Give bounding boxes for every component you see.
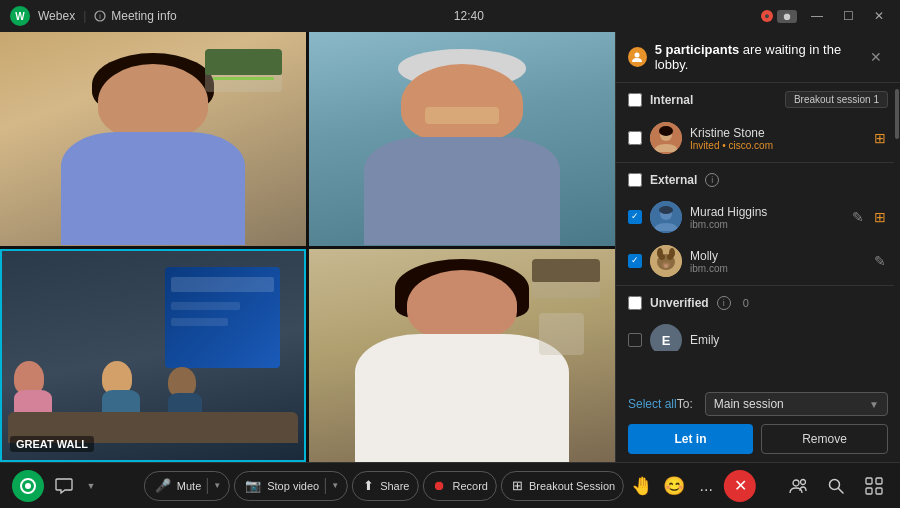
svg-point-16 [669, 248, 675, 258]
svg-rect-23 [866, 478, 872, 484]
video-tile-4 [309, 249, 615, 463]
chat-button[interactable] [50, 472, 78, 500]
participant-row-emily[interactable]: E Emily [616, 318, 900, 351]
svg-point-15 [657, 248, 663, 258]
external-info-icon[interactable]: i [705, 173, 719, 187]
session-select[interactable]: Main session ▼ [705, 392, 888, 416]
mute-dropdown-icon[interactable]: ▼ [207, 478, 221, 494]
internal-section-header: Internal Breakout session 1 [616, 83, 900, 116]
internal-section-label: Internal [650, 93, 693, 107]
more-button[interactable]: ... [692, 472, 720, 500]
svg-point-2 [635, 53, 640, 58]
molly-avatar-img [650, 245, 682, 277]
participant-checkbox-molly[interactable] [628, 254, 642, 268]
internal-section-checkbox[interactable] [628, 93, 642, 107]
mute-control[interactable]: 🎤 Mute ▼ [144, 471, 230, 501]
emily-name: Emily [690, 333, 888, 347]
participant-checkbox-murad[interactable] [628, 210, 642, 224]
minimize-button[interactable]: — [805, 7, 829, 25]
svg-point-5 [659, 126, 673, 136]
murad-name: Murad Higgins [690, 205, 842, 219]
emoji-button[interactable]: 😊 [660, 472, 688, 500]
record-icon: ⏺ [433, 478, 446, 493]
panel-header-left: 5 participants are waiting in the lobby. [628, 42, 864, 72]
to-label: To: [677, 397, 693, 411]
mic-icon: 🎤 [155, 478, 171, 493]
kristine-info: Kristine Stone Invited • cisco.com [690, 126, 864, 151]
participant-checkbox-emily[interactable] [628, 333, 642, 347]
toolbar-left: ▼ [12, 470, 98, 502]
reactions-button[interactable]: 🤚 [628, 472, 656, 500]
share-label: Share [380, 480, 409, 492]
avatar-emily: E [650, 324, 682, 351]
participants-button[interactable] [784, 472, 812, 500]
divider-1 [616, 162, 900, 163]
webex-icon [20, 478, 36, 494]
chevron-down-icon: ▼ [869, 399, 879, 410]
close-button[interactable]: ✕ [868, 7, 890, 25]
search-button[interactable] [822, 472, 850, 500]
molly-edit-icon[interactable]: ✎ [872, 251, 888, 271]
kristine-breakout-icon[interactable]: ⊞ [872, 128, 888, 148]
svg-rect-25 [866, 488, 872, 494]
avatar-murad [650, 201, 682, 233]
record-control[interactable]: ⏺ Record [422, 471, 496, 501]
murad-sub: ibm.com [690, 219, 842, 230]
unverified-count: 0 [743, 297, 749, 309]
apps-icon [865, 477, 883, 495]
murad-edit-icon[interactable]: ✎ [850, 207, 866, 227]
stop-video-label: Stop video [267, 480, 319, 492]
molly-sub: ibm.com [690, 263, 864, 274]
webex-active-button[interactable] [12, 470, 44, 502]
action-row: Let in Remove [628, 424, 888, 454]
chat-dropdown-button[interactable]: ▼ [84, 472, 98, 500]
panel-close-button[interactable]: ✕ [864, 47, 888, 67]
meeting-info[interactable]: i Meeting info [94, 9, 176, 23]
let-in-button[interactable]: Let in [628, 424, 753, 454]
app-name: Webex [38, 9, 75, 23]
stop-video-control[interactable]: 📷 Stop video ▼ [234, 471, 348, 501]
divider-2 [616, 285, 900, 286]
kristine-actions: ⊞ [872, 128, 888, 148]
murad-info: Murad Higgins ibm.com [690, 205, 842, 230]
panel-bottom: Select all To: Main session ▼ Let in Rem… [616, 384, 900, 462]
video-tile-3-label: GREAT WALL [10, 436, 94, 452]
separator: | [83, 9, 86, 23]
panel-title: 5 participants are waiting in the lobby. [655, 42, 864, 72]
window-controls: ● ⏺ — ☐ ✕ [761, 7, 890, 25]
title-bar: W Webex | i Meeting info 12:40 ● ⏺ — ☐ ✕ [0, 0, 900, 32]
record-label: Record [452, 480, 487, 492]
select-all-link[interactable]: Select all [628, 397, 677, 411]
breakout-control[interactable]: ⊞ Breakout Session [501, 471, 624, 501]
title-bar-left: W Webex | i Meeting info [10, 6, 177, 26]
reactions-icon: 🤚 [631, 475, 653, 497]
scrollbar-thumb[interactable] [895, 89, 899, 139]
video-dropdown-icon[interactable]: ▼ [325, 478, 339, 494]
participant-row-molly[interactable]: Molly ibm.com ✎ [616, 239, 900, 283]
avatar-molly [650, 245, 682, 277]
video-tile-3: GREAT WALL [0, 249, 306, 463]
external-section-checkbox[interactable] [628, 173, 642, 187]
mute-label: Mute [177, 480, 201, 492]
molly-actions: ✎ [872, 251, 888, 271]
video-grid: GREAT WALL [0, 32, 615, 462]
select-row: Select all To: Main session ▼ [628, 392, 888, 416]
apps-button[interactable] [860, 472, 888, 500]
chevron-down-icon-chat: ▼ [87, 481, 96, 491]
participant-checkbox-kristine[interactable] [628, 131, 642, 145]
person-icon [631, 51, 643, 63]
remove-button[interactable]: Remove [761, 424, 888, 454]
unverified-section-checkbox[interactable] [628, 296, 642, 310]
maximize-button[interactable]: ☐ [837, 7, 860, 25]
share-control[interactable]: ⬆ Share [352, 471, 418, 501]
rec-badge: ⏺ [777, 10, 797, 23]
svg-point-18 [25, 483, 31, 489]
kristine-name: Kristine Stone [690, 126, 864, 140]
end-call-button[interactable]: ✕ [724, 470, 756, 502]
murad-breakout-icon[interactable]: ⊞ [872, 207, 888, 227]
svg-line-22 [839, 488, 844, 493]
breakout-icon: ⊞ [512, 478, 523, 493]
participant-row-kristine[interactable]: Kristine Stone Invited • cisco.com ⊞ [616, 116, 900, 160]
participant-row-murad[interactable]: Murad Higgins ibm.com ✎ ⊞ [616, 195, 900, 239]
unverified-info-icon[interactable]: i [717, 296, 731, 310]
